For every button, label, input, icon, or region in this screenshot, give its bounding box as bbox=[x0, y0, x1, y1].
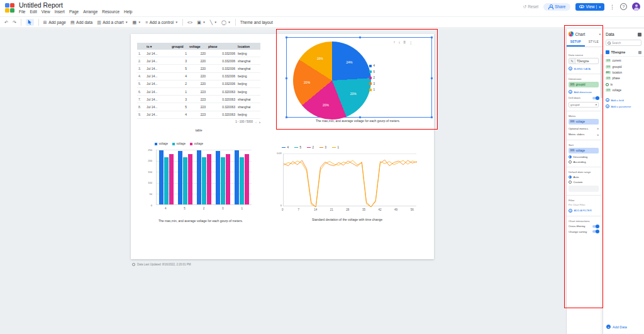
move-down-icon[interactable]: ↓ bbox=[398, 40, 400, 45]
report-title[interactable]: Untitled Report bbox=[19, 1, 63, 9]
expand-icon[interactable]: » bbox=[597, 133, 599, 136]
add-filter-button[interactable]: +ADD A FILTER bbox=[569, 209, 599, 213]
menu-arrange[interactable]: Arrange bbox=[83, 9, 97, 14]
chevron-down-icon[interactable]: ▾ bbox=[599, 33, 601, 36]
bar-x-axis: 45231 bbox=[156, 207, 252, 210]
field-voltage[interactable]: 123voltage bbox=[603, 87, 644, 93]
dimension-chip-groupid[interactable]: 123groupid bbox=[569, 82, 599, 87]
chart-panel-tabs: SETUP STYLE bbox=[567, 38, 602, 47]
prev-page-icon[interactable]: ‹ bbox=[255, 120, 257, 124]
bar-chart[interactable]: voltagevoltagevoltage 050100150200250 45… bbox=[143, 142, 258, 228]
menu-edit[interactable]: Edit bbox=[30, 9, 36, 14]
view-button[interactable]: View▾ bbox=[575, 3, 605, 11]
menu-file[interactable]: File bbox=[19, 9, 25, 14]
chart-panel-header[interactable]: Chart ▾ bbox=[567, 29, 602, 38]
undo-icon[interactable]: ↶ bbox=[4, 20, 8, 25]
table-chart[interactable]: ts ▾groupidvoltagephaselocation 1.Jul 14… bbox=[137, 43, 260, 132]
add-control-button[interactable]: ≡Add a control▼ bbox=[145, 20, 178, 25]
add-field-button[interactable]: +Add a field bbox=[606, 98, 641, 102]
sort-chip-voltage[interactable]: 123voltage bbox=[569, 148, 599, 153]
menu-icon[interactable]: ≡ bbox=[403, 40, 406, 45]
data-source-chip[interactable]: ✎ TDengine bbox=[569, 58, 599, 64]
pie-chart[interactable]: ↑ ↓ ≡ ⋮ 24%20%20%20%16% 45231 The max,mi… bbox=[281, 35, 435, 125]
menu-help[interactable]: Help bbox=[124, 9, 132, 14]
blend-data-button[interactable]: +BLEND DATA bbox=[569, 67, 599, 70]
menu-page[interactable]: Page bbox=[69, 9, 79, 14]
field-current[interactable]: 123current bbox=[603, 58, 644, 64]
more-options-icon[interactable]: ⋮ bbox=[609, 4, 615, 10]
metric-chip-voltage[interactable]: 123voltage bbox=[569, 119, 599, 125]
metric-label: Metric bbox=[569, 114, 599, 118]
add-page-button[interactable]: ⊞Add page bbox=[43, 20, 66, 25]
move-up-icon[interactable]: ↑ bbox=[393, 40, 395, 45]
add-parameter-button[interactable]: +Add a parameter bbox=[606, 104, 641, 108]
view-dropdown-caret[interactable]: ▾ bbox=[596, 5, 601, 9]
image-tool[interactable]: ▣▼ bbox=[197, 20, 206, 25]
line-chart[interactable]: 45231 0.01 0 0714212835424956 Standard d… bbox=[273, 146, 421, 226]
bar bbox=[169, 154, 174, 204]
cross-filtering-toggle[interactable] bbox=[592, 225, 599, 228]
data-panel: Data TDengine 123current123groupidABCloc… bbox=[602, 29, 644, 334]
drill-down-toggle[interactable] bbox=[592, 97, 599, 99]
number-type-icon: 123 bbox=[606, 89, 611, 92]
help-icon[interactable]: ? bbox=[620, 3, 627, 10]
field-groupid[interactable]: 123groupid bbox=[603, 64, 644, 69]
add-chart-button[interactable]: ▥Add a chart▼ bbox=[97, 20, 128, 25]
reset-icon: ↺ bbox=[523, 4, 526, 9]
pie-circle[interactable]: 24%20%20%20%16% bbox=[293, 42, 371, 120]
tab-setup[interactable]: SETUP bbox=[567, 38, 585, 47]
column-header-groupid[interactable]: groupid bbox=[170, 43, 188, 50]
menu-insert[interactable]: Insert bbox=[55, 9, 65, 14]
default-date-range-label: Default date range bbox=[569, 170, 599, 174]
toolbar: ↶ ↷ ⊞Add page ▤Add data ▥Add a chart▼ ▦▼… bbox=[0, 16, 644, 28]
edit-datasource-icon[interactable]: ✎ bbox=[569, 58, 575, 64]
search-input[interactable] bbox=[612, 42, 637, 45]
line-legend: 45231 bbox=[282, 146, 421, 149]
field-phase[interactable]: 123phase bbox=[603, 75, 644, 81]
add-dimension-button[interactable]: +Add dimension bbox=[569, 90, 599, 94]
more-options-icon[interactable]: ⋮ bbox=[409, 40, 413, 45]
date-custom-radio[interactable]: Custom bbox=[569, 181, 599, 184]
tab-style[interactable]: STYLE bbox=[585, 38, 603, 47]
edit-icon[interactable] bbox=[638, 51, 641, 54]
column-header-phase[interactable]: phase bbox=[207, 43, 236, 50]
expand-icon[interactable]: » bbox=[597, 126, 599, 130]
datasource-row[interactable]: TDengine bbox=[603, 48, 644, 57]
bar bbox=[216, 151, 220, 204]
add-data-button[interactable]: ▤Add data bbox=[70, 20, 92, 25]
report-canvas[interactable]: ts ▾groupidvoltagephaselocation 1.Jul 14… bbox=[0, 29, 566, 334]
field-ts[interactable]: ts bbox=[603, 82, 644, 87]
community-visualizations-button[interactable]: ▦▼ bbox=[132, 20, 141, 25]
sort-descending-radio[interactable]: Descending bbox=[569, 155, 599, 159]
theme-layout-button[interactable]: Theme and layout bbox=[240, 20, 273, 25]
next-page-icon[interactable]: › bbox=[259, 120, 260, 124]
chart-selection-frame[interactable]: ↑ ↓ ≡ ⋮ 24%20%20%20%16% 45231 bbox=[286, 37, 432, 118]
report-page[interactable]: ts ▾groupidvoltagephaselocation 1.Jul 14… bbox=[131, 34, 434, 259]
change-sorting-toggle[interactable] bbox=[592, 230, 599, 233]
column-header-voltage[interactable]: voltage bbox=[188, 43, 207, 50]
share-button[interactable]: Share bbox=[543, 3, 570, 11]
field-location[interactable]: ABClocation bbox=[603, 70, 644, 75]
column-header-ts[interactable]: ts ▾ bbox=[145, 43, 170, 50]
select-cursor-tool[interactable] bbox=[26, 19, 34, 26]
date-auto-radio[interactable]: Auto bbox=[569, 175, 599, 179]
cross-filtering-label: Cross-filtering bbox=[569, 225, 586, 228]
menu-resource[interactable]: Resource bbox=[102, 9, 119, 14]
field-list: 123current123groupidABClocation123phaset… bbox=[603, 57, 644, 94]
pagination-info: 1 - 100 / 5000 bbox=[235, 120, 253, 123]
data-studio-logo-icon[interactable] bbox=[5, 3, 14, 13]
avatar[interactable] bbox=[632, 3, 640, 11]
shape-tool[interactable]: ◯▼ bbox=[221, 20, 231, 25]
collapse-panel-icon[interactable] bbox=[638, 33, 641, 36]
menu-view[interactable]: View bbox=[42, 9, 50, 14]
field-search[interactable] bbox=[606, 40, 641, 46]
reset-button[interactable]: ↺Reset bbox=[523, 4, 538, 9]
embed-icon[interactable]: <> bbox=[187, 20, 192, 25]
column-header-location[interactable]: location bbox=[236, 43, 260, 50]
line-series-svg bbox=[284, 154, 417, 207]
add-data-button[interactable]: + Add Data bbox=[606, 325, 627, 329]
sort-ascending-radio[interactable]: Ascending bbox=[569, 160, 599, 164]
redo-icon[interactable]: ↷ bbox=[13, 20, 16, 25]
drill-down-select[interactable]: groupid▾ bbox=[569, 102, 599, 108]
line-tool[interactable]: ╲▼ bbox=[210, 20, 217, 25]
